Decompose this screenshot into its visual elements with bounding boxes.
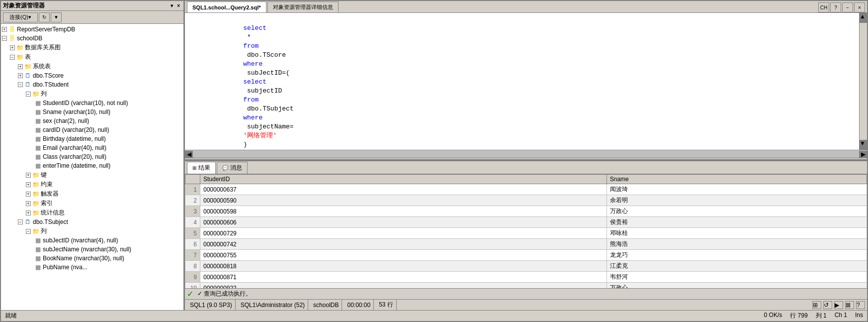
expand-stats[interactable]: + — [26, 211, 31, 215]
hscroll-left[interactable]: ◀ — [185, 151, 193, 158]
expand-schooldb[interactable]: − — [2, 36, 7, 41]
tree-item-col-subjectid[interactable]: ▦ subJectID (nvarchar(4), null) — [2, 236, 182, 245]
panel-close-btn[interactable]: × — [175, 3, 181, 8]
status-icon-1[interactable]: ⊞ — [812, 301, 821, 309]
close-editor-button[interactable]: × — [854, 2, 865, 12]
expand-systables[interactable]: + — [18, 64, 23, 69]
explorer-toolbar: 连接(Q)▾ ↻ ▼ — [1, 11, 183, 24]
expand-keys[interactable]: + — [26, 173, 31, 178]
table-row: 70000000755龙龙巧 — [185, 250, 867, 261]
tree-item-reportserver[interactable]: + 🗄 ReportServerTempDB — [2, 25, 182, 34]
tree-item-col-entertime[interactable]: ▦ enterTime (datetime, null) — [2, 161, 182, 170]
tree-label-schooldb: schoolDB — [17, 35, 42, 42]
tree-label-indexes: 索引 — [41, 199, 53, 208]
tree-item-col-bookname[interactable]: ▦ BookName (nvarchar(30), null) — [2, 254, 182, 263]
tree-item-tables[interactable]: − 📁 表 — [2, 52, 182, 62]
object-explorer-panel: 对象资源管理器 ▾ × 连接(Q)▾ ↻ ▼ + 🗄 ReportServerT… — [1, 1, 185, 310]
status-icon-2[interactable]: ↺ — [823, 301, 832, 309]
col-icon-entertime: ▦ — [34, 162, 42, 170]
cell-sname: 万政心 — [607, 206, 867, 217]
tree-item-tsubject[interactable]: − 🗒 dbo.TSubject — [2, 217, 182, 226]
status-icon-5[interactable]: ? — [856, 301, 865, 309]
expand-tscore[interactable]: + — [18, 73, 23, 78]
tab-messages[interactable]: 💬 消息 — [217, 162, 248, 174]
expand-diagrams[interactable]: + — [10, 45, 15, 50]
tree-item-col-email[interactable]: ▦ Email (varchar(40), null) — [2, 143, 182, 152]
tree-item-triggers[interactable]: + 📁 触发器 — [2, 189, 182, 199]
tree-item-col-sid[interactable]: ▦ StudentID (varchar(10), not null) — [2, 99, 182, 107]
tree-label-col-sname: Sname (varchar(10), null) — [43, 108, 110, 115]
rows-label: 53 行 — [379, 301, 393, 309]
cell-rownum: 10 — [185, 283, 200, 289]
object-tree[interactable]: + 🗄 ReportServerTempDB − 🗄 schoolDB + 📁 … — [1, 24, 183, 310]
tree-item-col-subjectname[interactable]: ▦ subJectName (nvarchar(30), null) — [2, 245, 182, 254]
minimize-button[interactable]: − — [842, 2, 853, 12]
tree-item-schooldb[interactable]: − 🗄 schoolDB — [2, 34, 182, 43]
expand-indexes[interactable]: + — [26, 201, 31, 206]
status-icon-4[interactable]: ⊠ — [845, 301, 854, 309]
cell-sname: 韦舒河 — [607, 272, 867, 283]
table-row: 50000000729邓咏桂 — [185, 228, 867, 239]
cell-rownum: 6 — [185, 239, 200, 250]
expand-cols-tstudent[interactable]: − — [26, 92, 31, 97]
results-table-container[interactable]: StudentID Sname 10000000637闻波琦2000000059… — [185, 174, 867, 288]
tree-item-keys[interactable]: + 📁 键 — [2, 170, 182, 180]
status-icon-3[interactable]: ▶ — [834, 301, 843, 309]
expand-reportserver[interactable]: + — [2, 27, 7, 32]
editor-scroll-area[interactable]: select * from dbo.TScore where subJectID… — [185, 13, 867, 150]
status-db: schoolDB — [310, 300, 342, 310]
refresh-button[interactable]: ↻ — [39, 12, 50, 22]
col-icon-birthday: ▦ — [34, 135, 42, 143]
tree-item-col-birthday[interactable]: ▦ Birthday (datetime, null) — [2, 134, 182, 143]
tree-label-cols-tstudent: 列 — [41, 90, 47, 98]
right-panel: SQL1.school...Query2.sql* 对象资源管理器详细信息 CH… — [185, 1, 867, 310]
vscroll-up[interactable]: ▲ — [860, 13, 867, 23]
tree-item-indexes[interactable]: + 📁 索引 — [2, 199, 182, 208]
results-panel: ⊞ 结果 💬 消息 StudentID — [185, 160, 867, 299]
filter-button[interactable]: ▼ — [51, 12, 62, 22]
tree-label-col-bookname: BookName (nvarchar(30), null) — [43, 255, 124, 262]
sql-editor[interactable]: select * from dbo.TScore where subJectID… — [185, 13, 859, 150]
expand-triggers[interactable]: + — [26, 192, 31, 197]
expand-tables[interactable]: − — [10, 55, 15, 60]
tree-item-col-pubname[interactable]: ▦ PubName (nva... — [2, 263, 182, 272]
expand-tstudent[interactable]: − — [18, 82, 23, 87]
tree-item-cols-tstudent[interactable]: − 📁 列 — [2, 89, 182, 99]
tree-item-col-sname[interactable]: ▦ Sname (varchar(10), null) — [2, 107, 182, 116]
cell-rownum: 7 — [185, 250, 200, 261]
expand-tsubject[interactable]: − — [18, 219, 23, 224]
tree-item-diagrams[interactable]: + 📁 数据库关系图 — [2, 43, 182, 52]
tab-query2[interactable]: SQL1.school...Query2.sql* — [187, 1, 266, 12]
tree-item-cols-tsubject[interactable]: − 📁 列 — [2, 226, 182, 236]
tree-item-tscore[interactable]: + 🗒 dbo.TScore — [2, 71, 182, 80]
tab-objinfo[interactable]: 对象资源管理器详细信息 — [267, 1, 339, 12]
panel-pin-btn[interactable]: ▾ — [169, 3, 174, 8]
cell-studentid: 0000000606 — [200, 217, 607, 228]
tree-item-stats[interactable]: + 📁 统计信息 — [2, 208, 182, 217]
expand-constraints[interactable]: + — [26, 182, 31, 187]
editor-hscroll[interactable]: ◀ ▶ — [185, 150, 867, 158]
status-right-icons: ⊞ ↺ ▶ ⊠ ? — [812, 301, 865, 309]
hscroll-track — [193, 151, 859, 158]
vscroll-down[interactable]: ▼ — [860, 140, 867, 150]
help-button[interactable]: ? — [830, 2, 841, 12]
tree-item-col-cardid[interactable]: ▦ cardID (varchar(20), null) — [2, 125, 182, 134]
tree-item-tstudent[interactable]: − 🗒 dbo.TStudent — [2, 80, 182, 89]
ch-button[interactable]: CH — [818, 2, 829, 12]
tab-results[interactable]: ⊞ 结果 — [187, 162, 216, 174]
expand-cols-tsubject[interactable]: − — [26, 229, 31, 234]
cell-studentid: 0000000729 — [200, 228, 607, 239]
tree-item-col-class[interactable]: ▦ Class (varchar(20), null) — [2, 152, 182, 161]
cell-studentid: 0000000598 — [200, 206, 607, 217]
tree-item-constraints[interactable]: + 📁 约束 — [2, 180, 182, 189]
tree-item-col-sex[interactable]: ▦ sex (char(2), null) — [2, 116, 182, 125]
hscroll-right[interactable]: ▶ — [859, 151, 867, 158]
editor-vscroll[interactable]: ▲ ▼ — [859, 13, 867, 150]
connect-button[interactable]: 连接(Q)▾ — [3, 12, 38, 22]
col-icon-sid: ▦ — [34, 99, 42, 107]
col-icon-pubname: ▦ — [34, 263, 42, 271]
tree-label-tsubject: dbo.TSubject — [33, 218, 68, 225]
cell-studentid: 0000000637 — [200, 184, 607, 195]
cell-sname: 余若明 — [607, 195, 867, 206]
tree-item-systables[interactable]: + 📁 系统表 — [2, 62, 182, 71]
